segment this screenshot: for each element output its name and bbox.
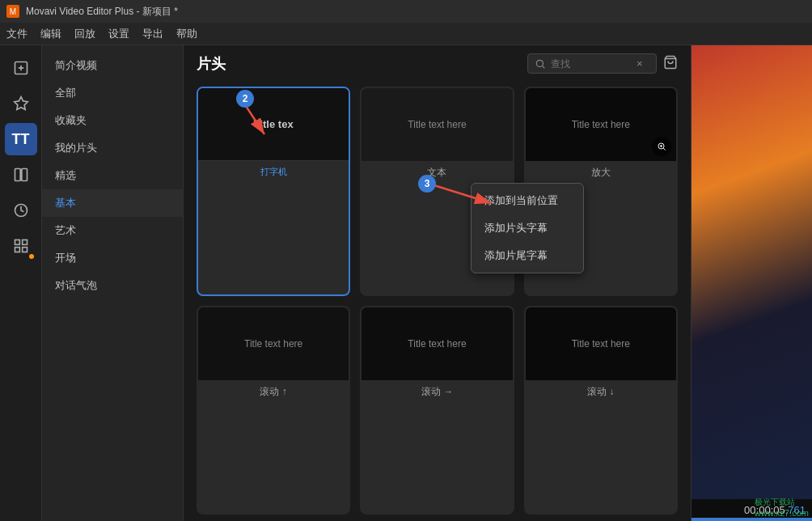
sidebar-item-wodepitou[interactable]: 我的片头 [42,134,183,162]
svg-rect-8 [22,240,27,245]
history-tool-btn[interactable] [5,194,37,227]
tile-5-label: 滚动 → [362,380,512,404]
tile-3-title: Title text here [572,119,630,130]
sidebar-item-kaichang[interactable]: 开场 [42,244,183,272]
tile-5-title: Title text here [408,338,466,349]
svg-marker-3 [14,97,27,110]
svg-rect-4 [15,169,20,181]
tile-scroll-up[interactable]: Title text here 滚动 ↑ [197,306,350,515]
zoom-icon [652,137,671,156]
search-clear-btn[interactable]: × [636,57,643,70]
svg-line-15 [663,148,665,150]
sidebar-item-yishu[interactable]: 艺术 [42,217,183,244]
search-icon [535,58,546,70]
watermark: 极光下载站 www.xz7.com [755,497,809,518]
svg-rect-7 [15,240,19,245]
badge-3: 3 [418,175,436,193]
sidebar-item-shoucang[interactable]: 收藏夹 [42,107,183,134]
app-icon: M [6,5,19,18]
sidebar: 简介视频 全部 收藏夹 我的片头 精选 基本 艺术 开场 对话气泡 [42,45,184,521]
svg-rect-10 [22,248,27,252]
sidebar-item-jiben[interactable]: 基本 [42,189,183,217]
title-bar: M Movavi Video Editor Plus - 新项目 * [0,0,812,23]
app-title: Movavi Video Editor Plus - 新项目 * [26,5,178,19]
menu-playback[interactable]: 回放 [74,27,95,41]
svg-line-12 [543,66,545,68]
notification-dot [29,254,34,259]
tile-4-title: Title text here [244,338,302,349]
ctx-add-title[interactable]: 添加片头字幕 [472,214,583,242]
menu-settings[interactable]: 设置 [108,27,129,41]
svg-rect-5 [21,169,27,181]
sidebar-item-jianjishipin[interactable]: 简介视频 [42,52,183,79]
tile-3-label: 放大 [526,161,676,184]
search-bar: × [527,53,657,74]
search-input[interactable] [551,58,632,70]
sidebar-item-duihuaqipao[interactable]: 对话气泡 [42,272,183,299]
titles-tool-btn[interactable]: TT [5,123,37,155]
tile-scroll-down[interactable]: Title text here 滚动 ↓ [524,306,678,515]
content-header: 片头 × [184,45,691,80]
transitions-tool-btn[interactable] [5,159,37,191]
tile-2-title: Title text here [408,119,466,130]
tile-2-label: 文本 [362,161,512,184]
page-title: 片头 [197,54,226,74]
main-area: TT 简介视频 全部 收藏夹 我的片头 精选 基本 艺术 开场 对话气泡 片头 [0,45,812,521]
add-tool-btn[interactable] [5,52,37,84]
tile-4-label: 滚动 ↑ [198,380,349,404]
tile-6-title: Title text here [572,338,630,349]
svg-point-11 [536,60,543,66]
svg-rect-9 [15,248,19,252]
context-menu: 添加到当前位置 添加片头字幕 添加片尾字幕 [471,183,584,273]
tile-6-label: 滚动 ↓ [526,380,676,404]
effects-tool-btn[interactable] [5,87,37,120]
content-area: 片头 × Title tex 打字机 [184,45,691,521]
tile-1-label: 打字机 [198,161,349,183]
menu-export[interactable]: 导出 [142,27,163,41]
menu-file[interactable]: 文件 [6,27,27,41]
menu-bar: 文件 编辑 回放 设置 导出 帮助 [0,23,812,45]
preview-panel: 00:00:05.761 [691,45,812,521]
badge-2: 2 [236,90,254,108]
left-toolbar: TT [0,45,42,521]
grid-tool-btn[interactable] [5,230,37,262]
sidebar-item-jingxuan[interactable]: 精选 [42,162,183,189]
ctx-add-current[interactable]: 添加到当前位置 [472,187,583,214]
sidebar-item-quanbu[interactable]: 全部 [42,79,183,107]
tile-typing[interactable]: Title tex 打字机 [197,87,350,296]
tile-scroll-right[interactable]: Title text here 滚动 → [360,306,514,515]
menu-help[interactable]: 帮助 [176,27,197,41]
tiles-grid: Title tex 打字机 Title text here 文本 Title t… [184,80,691,521]
preview-image [691,45,812,499]
menu-edit[interactable]: 编辑 [40,27,61,41]
ctx-add-end-title[interactable]: 添加片尾字幕 [472,242,583,269]
cart-icon[interactable] [663,55,678,72]
tile-1-title: Title tex [254,118,294,130]
